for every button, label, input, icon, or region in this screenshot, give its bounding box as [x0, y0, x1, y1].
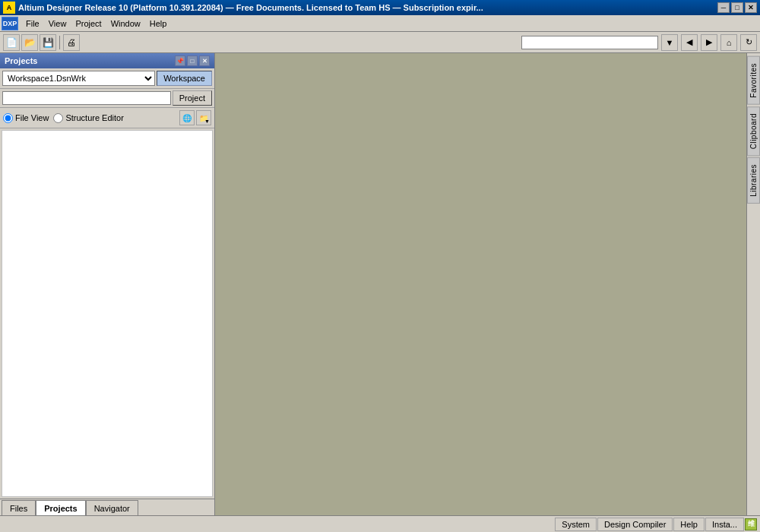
- panel-title: Projects: [5, 56, 37, 65]
- menu-window[interactable]: Window: [106, 17, 145, 30]
- view-icon-folder[interactable]: 📁▼: [196, 110, 211, 125]
- home-button[interactable]: ⌂: [720, 34, 737, 51]
- window-controls: ─ □ ✕: [717, 2, 757, 13]
- panel-float-button[interactable]: □: [187, 55, 198, 66]
- panel-header: Projects 📌 □ ✕: [0, 53, 214, 68]
- panel-toolbar-row1: Workspace1.DsnWrk Workspace: [0, 68, 214, 89]
- app-icon: A: [3, 2, 15, 14]
- file-view-label: File View: [15, 113, 49, 122]
- title-bar: A Altium Designer Release 10 (Platform 1…: [0, 0, 760, 15]
- side-tab-favorites[interactable]: Favorites: [747, 56, 760, 105]
- structure-editor-radio[interactable]: [53, 113, 63, 123]
- tree-area[interactable]: [2, 130, 213, 497]
- status-design-compiler[interactable]: Design Compiler: [597, 518, 673, 531]
- tab-navigator[interactable]: Navigator: [86, 500, 138, 515]
- toolbar-separator-1: [59, 36, 60, 49]
- menu-help[interactable]: Help: [145, 17, 172, 30]
- main-layout: Projects 📌 □ ✕ Workspace1.DsnWrk Workspa…: [0, 53, 760, 515]
- view-options-row: File View Structure Editor 🌐 📁▼: [0, 108, 214, 128]
- view-icon-globe[interactable]: 🌐: [179, 110, 195, 125]
- status-system[interactable]: System: [555, 518, 597, 531]
- minimize-button[interactable]: ─: [717, 2, 730, 13]
- menu-file[interactable]: File: [21, 17, 44, 30]
- file-view-radio[interactable]: [3, 113, 13, 123]
- menu-project[interactable]: Project: [71, 17, 106, 30]
- projects-panel: Projects 📌 □ ✕ Workspace1.DsnWrk Workspa…: [0, 53, 215, 515]
- menu-view[interactable]: View: [44, 17, 71, 30]
- title-text: Altium Designer Release 10 (Platform 10.…: [18, 3, 717, 12]
- view-icons: 🌐 📁▼: [179, 110, 211, 125]
- status-help[interactable]: Help: [673, 518, 705, 531]
- side-tab-libraries[interactable]: Libraries: [747, 157, 760, 204]
- dropdown-arrow[interactable]: ▼: [661, 34, 678, 51]
- toolbar-search-area: ▼ ◀ ▶ ⌂ ↻: [81, 34, 757, 51]
- structure-editor-label: Structure Editor: [65, 113, 123, 122]
- side-tab-clipboard[interactable]: Clipboard: [747, 106, 760, 156]
- refresh-button[interactable]: ↻: [740, 34, 757, 51]
- open-button[interactable]: 📂: [21, 34, 38, 51]
- tab-projects[interactable]: Projects: [36, 500, 85, 515]
- project-button[interactable]: Project: [173, 90, 212, 106]
- toolbar: 📄 📂 💾 🖨 ▼ ◀ ▶ ⌂ ↻: [0, 32, 760, 53]
- workspace-button[interactable]: Workspace: [157, 71, 212, 86]
- tab-files[interactable]: Files: [2, 500, 36, 515]
- status-corner-icon: 维: [745, 518, 757, 530]
- menu-bar: DXP File View Project Window Help: [0, 15, 760, 32]
- main-area: [215, 53, 746, 515]
- structure-editor-option[interactable]: Structure Editor: [53, 113, 123, 123]
- workspace-dropdown[interactable]: Workspace1.DsnWrk: [2, 71, 155, 86]
- forward-button[interactable]: ▶: [701, 34, 717, 51]
- panel-toolbar-row2: Project: [0, 89, 214, 108]
- save-button[interactable]: 💾: [40, 34, 56, 51]
- panel-controls: 📌 □ ✕: [175, 55, 210, 66]
- bottom-tabs: Files Projects Navigator: [0, 499, 214, 515]
- new-button[interactable]: 📄: [3, 34, 20, 51]
- search-input[interactable]: [521, 36, 658, 49]
- status-bar: System Design Compiler Help Insta... 维: [0, 515, 760, 532]
- status-insta[interactable]: Insta...: [705, 518, 744, 531]
- filter-input[interactable]: [2, 91, 171, 105]
- panel-close-button[interactable]: ✕: [199, 55, 210, 66]
- file-view-option[interactable]: File View: [3, 113, 49, 123]
- back-button[interactable]: ◀: [681, 34, 698, 51]
- panel-pin-button[interactable]: 📌: [175, 55, 185, 66]
- print-button[interactable]: 🖨: [63, 34, 80, 51]
- right-side-panel: Favorites Clipboard Libraries: [746, 53, 760, 515]
- maximize-button[interactable]: □: [731, 2, 743, 13]
- dxp-logo[interactable]: DXP: [2, 17, 18, 30]
- close-button[interactable]: ✕: [745, 2, 757, 13]
